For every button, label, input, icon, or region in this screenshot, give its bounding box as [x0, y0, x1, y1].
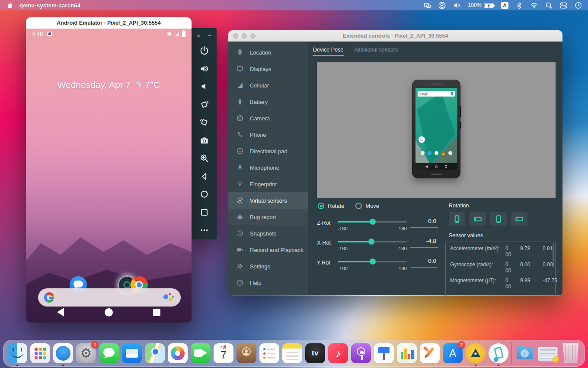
overview-button[interactable] — [195, 203, 213, 221]
sidebar-item-microphone[interactable]: Microphone — [228, 159, 308, 176]
android-home-button[interactable] — [105, 308, 113, 316]
dock-keynote[interactable] — [374, 343, 394, 363]
active-app-name[interactable]: qemu-system-aarch64 — [19, 2, 80, 9]
slider-thumb[interactable] — [370, 219, 376, 225]
power-button[interactable] — [195, 42, 213, 59]
sidebar-item-cellular[interactable]: Cellular — [228, 77, 308, 94]
rotate-reverse-landscape-button[interactable] — [511, 212, 527, 226]
dock-safari[interactable] — [53, 343, 73, 363]
bluetooth-icon[interactable] — [516, 2, 523, 9]
sidebar-item-snapshots[interactable]: Snapshots — [228, 225, 308, 242]
dock-pages[interactable]: ✎ — [420, 343, 440, 363]
volume-icon[interactable] — [453, 2, 460, 9]
dock-app-store[interactable]: A 2 — [443, 343, 463, 363]
sidebar-item-location[interactable]: Location — [228, 44, 308, 61]
slider-value-field[interactable]: 0.0 — [410, 257, 438, 268]
screen-mirroring-icon[interactable] — [424, 2, 431, 9]
dock-reminders[interactable] — [259, 343, 279, 363]
sidebar-item-settings[interactable]: Settings — [228, 258, 308, 274]
clock-icon[interactable] — [575, 2, 582, 9]
slider-track[interactable] — [338, 239, 407, 245]
extended-controls-sidebar: Location Displays Cellular Batte — [228, 42, 308, 295]
sensor-y-value: 0.00 — [520, 261, 540, 274]
rotate-portrait-button[interactable] — [449, 212, 465, 226]
google-assistant-icon[interactable] — [163, 292, 175, 303]
slider-value-field[interactable]: -4.8 — [410, 237, 438, 248]
spotlight-search-icon[interactable] — [545, 2, 553, 9]
slider-value-field[interactable]: 0.0 — [410, 217, 438, 228]
android-overview-button[interactable] — [153, 309, 160, 316]
sidebar-item-label: Snapshots — [250, 230, 276, 237]
dock-photos[interactable] — [168, 343, 188, 363]
dock-messages[interactable] — [99, 343, 119, 363]
emulator-window-title[interactable]: Android Emulator - Pixel_2_API_30:5554 — [26, 17, 192, 29]
more-button[interactable] — [195, 222, 213, 239]
tab-device-pose[interactable]: Device Pose — [313, 47, 344, 56]
sensor-scrollbar-thumb[interactable] — [553, 243, 554, 268]
dock-facetime[interactable] — [191, 343, 211, 363]
dock-separator[interactable] — [511, 342, 512, 364]
slider-min-label: -180 — [338, 226, 348, 231]
virtual-device-render[interactable]: Google G — [412, 80, 460, 178]
sidebar-item-bug-report[interactable]: Bug report — [228, 209, 308, 225]
rotate-left-button[interactable] — [195, 96, 213, 113]
sidebar-item-battery[interactable]: Battery — [228, 94, 308, 110]
dock-notes[interactable] — [282, 343, 302, 363]
dock-calendar[interactable]: 4月 7 — [214, 343, 233, 363]
dock-music[interactable]: ♪ — [328, 343, 348, 363]
airplay-icon[interactable] — [438, 2, 446, 9]
home-clock-widget[interactable]: Wednesday, Apr 7 7°C — [26, 80, 192, 90]
radio-move[interactable]: Move — [355, 203, 379, 209]
sidebar-item-fingerprint[interactable]: Fingerprint — [228, 176, 308, 192]
sidebar-item-displays[interactable]: Displays — [228, 61, 308, 77]
dock-maps[interactable] — [145, 343, 165, 363]
extended-controls-titlebar[interactable]: Extended controls - Pixel_2_API_30:5554 — [228, 30, 562, 42]
sidebar-item-virtual-sensors[interactable]: Virtual sensors — [228, 192, 308, 209]
dock-mail[interactable] — [122, 343, 142, 363]
radio-rotate[interactable]: Rotate — [318, 203, 344, 209]
sidebar-item-phone[interactable]: Phone — [228, 126, 308, 143]
emulator-minimize-button[interactable]: − — [206, 32, 214, 39]
volume-up-button[interactable] — [195, 60, 213, 77]
tab-additional-sensors[interactable]: Additional sensors — [353, 47, 398, 56]
screenshot-button[interactable] — [195, 132, 213, 149]
slider-thumb[interactable] — [370, 258, 376, 265]
rotate-right-button[interactable] — [195, 114, 213, 131]
slider-thumb[interactable] — [368, 239, 374, 245]
rotate-reverse-portrait-button[interactable] — [490, 212, 507, 226]
volume-down-button[interactable] — [195, 78, 213, 95]
sidebar-item-help[interactable]: Help — [228, 274, 308, 291]
dock-podcasts[interactable] — [351, 343, 371, 363]
input-source-indicator[interactable]: A — [501, 2, 508, 9]
dock-system-preferences[interactable]: ⚙ 1 — [76, 343, 96, 363]
dock-android-emulator[interactable] — [489, 343, 508, 363]
android-back-button[interactable] — [57, 308, 64, 316]
dock-numbers[interactable] — [397, 343, 417, 363]
rotate-landscape-button[interactable] — [470, 212, 486, 226]
dock-contacts[interactable] — [236, 343, 256, 363]
dock-android-studio[interactable] — [466, 343, 486, 363]
dock-finder[interactable] — [7, 343, 27, 363]
home-button[interactable] — [195, 186, 213, 203]
sensor-scrollbar[interactable] — [552, 243, 555, 295]
emulator-close-button[interactable]: × — [195, 32, 202, 39]
sidebar-item-record-and-playback[interactable]: Record and Playback — [228, 242, 308, 258]
zoom-button[interactable] — [195, 150, 213, 167]
device-pose-preview[interactable]: Google G — [317, 62, 556, 198]
dock-launchpad[interactable] — [30, 343, 50, 363]
running-indicator-dot — [498, 365, 499, 366]
back-button[interactable] — [195, 168, 213, 185]
dock-downloads[interactable]: ↓ — [515, 343, 535, 363]
control-center-icon[interactable] — [560, 2, 567, 9]
wifi-icon[interactable] — [530, 2, 538, 9]
slider-track[interactable] — [338, 219, 407, 225]
sidebar-item-directional-pad[interactable]: Directional pad — [228, 143, 308, 159]
dock-apple-tv[interactable]: tv — [305, 343, 325, 363]
apple-menu-icon[interactable] — [6, 2, 13, 9]
slider-track[interactable] — [338, 258, 407, 265]
dock-trash[interactable] — [561, 343, 581, 363]
sidebar-item-camera[interactable]: Camera — [228, 110, 308, 126]
dock-minimized-window[interactable] — [538, 347, 558, 362]
android-screen[interactable]: 4:48 Wednesday, Apr 7 7°C — [26, 29, 192, 323]
battery-status[interactable]: 100% — [468, 2, 494, 8]
